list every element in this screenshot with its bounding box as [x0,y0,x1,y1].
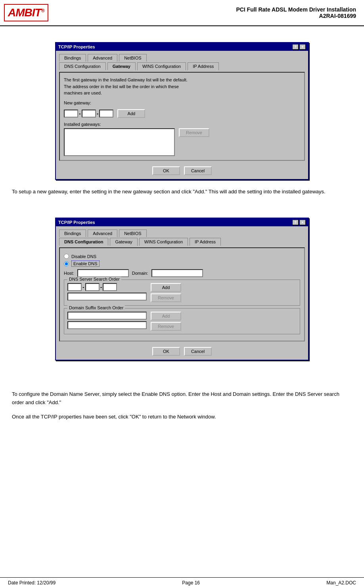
tab-wins-2[interactable]: WINS Configuration [139,238,188,246]
ip-sep1-1: - [79,110,81,117]
tab-gateway-1[interactable]: Gateway [107,62,136,70]
close-button-2[interactable]: × [299,220,306,225]
dns-server-search-row: - - Add Remove [67,283,297,302]
close-button-1[interactable]: × [299,44,306,50]
ip-part1-1[interactable] [64,110,78,118]
enable-dns-label: Enable DNS [71,260,100,267]
ip-input-group-1: - - [64,110,113,118]
dns-server-input2[interactable] [67,293,147,301]
dns-ip-sep1: - [82,284,84,290]
main-content: TCP/IP Properties ? × Bindings Advanced … [0,26,364,435]
ip-sep2-1: - [97,110,99,117]
page-footer: Date Printed: 12/20/99 Page 16 Man_A2.DO… [0,577,364,588]
dialog-1-content: The first gateway in the Installed Gatew… [59,72,305,161]
disable-dns-row: Disable DNS [64,254,300,259]
tab-netbios-2[interactable]: NetBIOS [119,229,146,237]
dialog-1-buttons: OK Cancel [57,162,307,177]
domain-suffix-inputs-col [67,312,147,329]
ok-button-2[interactable]: OK [152,347,180,356]
domain-suffix-remove-button[interactable]: Remove [151,322,181,331]
footer-date: Date Printed: 12/20/99 [8,580,56,586]
spacer-3 [12,376,352,384]
dialog-2-body: Bindings Advanced NetBIOS DNS Configurat… [56,226,308,360]
new-gateway-row: - - Add [64,109,300,118]
dialog-2-buttons: OK Cancel [57,343,307,358]
tab-netbios-1[interactable]: NetBIOS [119,54,146,62]
tab-bindings-2[interactable]: Bindings [59,229,86,237]
gateway-info-line3: machines are used. [64,90,300,96]
dns-ip-sep2: - [100,284,102,290]
help-button-2[interactable]: ? [292,220,299,225]
gateway-info-text: The first gateway in the Installed Gatew… [64,77,300,96]
dns-ip-part2[interactable] [85,283,100,291]
footer-doc: Man_A2.DOC [326,580,356,586]
tab-advanced-1[interactable]: Advanced [88,54,117,62]
title-line2: A2RAI-081699 [236,13,356,19]
domain-input[interactable] [151,269,203,277]
dns-remove-button[interactable]: Remove [151,293,181,302]
dialog-1-title: TCP/IP Properties [58,44,95,49]
tab-advanced-2[interactable]: Advanced [88,229,117,237]
logo: AMBIT® [4,4,48,21]
logo-text: AMBIT [8,6,41,19]
installed-gateways-section: Installed gateways: Remove [64,122,300,156]
dns-add-button[interactable]: Add [151,283,181,292]
domain-suffix-search-label: Domain Suffix Search Order [67,305,125,310]
tabs-row1-1: Bindings Advanced NetBIOS [57,52,307,62]
body-text-1: To setup a new gateway, enter the settin… [12,188,352,196]
tab-dns-config-1[interactable]: DNS Configuration [59,62,106,70]
domain-suffix-input2[interactable] [67,321,147,329]
gateway-info-line1: The first gateway in the Installed Gatew… [64,77,300,83]
titlebar-buttons-1: ? × [292,44,306,50]
domain-suffix-add-button[interactable]: Add [151,312,181,320]
domain-suffix-search-row: Add Remove [67,312,297,331]
ok-button-1[interactable]: OK [152,166,180,175]
help-button-1[interactable]: ? [292,44,299,50]
tab-gateway-2[interactable]: Gateway [110,238,137,246]
dns-ip-group: - - [67,283,147,291]
domain-suffix-input1[interactable] [67,312,147,320]
titlebar-buttons-2: ? × [292,220,306,225]
dns-ip-part1[interactable] [67,283,82,291]
tab-ip-address-2[interactable]: IP Address [190,238,221,246]
page-header: AMBIT® PCI Full Rate ADSL Modem Driver I… [0,0,364,26]
host-input[interactable] [77,269,129,277]
installed-gateways-row: Remove [64,128,300,156]
tab-dns-config-2[interactable]: DNS Configuration [59,238,108,246]
remove-button-1[interactable]: Remove [179,128,209,137]
tab-ip-address-1[interactable]: IP Address [188,62,219,70]
installed-gateways-listbox[interactable] [64,128,175,156]
ip-part2-1[interactable] [82,110,96,118]
body-text-3: Once all the TCP/IP properties have been… [12,413,352,421]
tab-bindings-1[interactable]: Bindings [59,54,86,62]
tab-wins-1[interactable]: WINS Configuration [137,62,186,70]
add-button-1[interactable]: Add [117,109,145,118]
dns-ip-part3[interactable] [103,283,117,291]
cancel-button-2[interactable]: Cancel [184,347,212,356]
dns-server-search-label: DNS Server Search Order [67,277,121,281]
spacer-1 [12,202,352,210]
host-domain-row: Host: Domain: [64,269,300,277]
disable-dns-radio[interactable] [64,254,69,259]
body-text-2: To configure the Domain Name Server, sim… [12,390,352,407]
dns-server-buttons-col: Add Remove [151,283,181,302]
titlebar-1: TCP/IP Properties ? × [56,43,308,51]
new-gateway-label: New gateway: [64,100,300,105]
ip-part3-1[interactable] [99,110,113,118]
titlebar-2: TCP/IP Properties ? × [56,218,308,226]
header-title: PCI Full Rate ADSL Modem Driver Installa… [236,6,356,19]
cancel-button-1[interactable]: Cancel [184,166,212,175]
enable-dns-row: Enable DNS [64,260,300,267]
registered-mark: ® [41,8,44,13]
tabs-row1-2: Bindings Advanced NetBIOS [57,228,307,237]
host-label: Host: [64,271,74,276]
logo-area: AMBIT® [4,4,48,21]
dns-server-search-group: DNS Server Search Order - - [64,280,300,306]
footer-page: Page 16 [182,580,200,586]
tabs-row2-2: DNS Configuration Gateway WINS Configura… [57,238,307,246]
disable-dns-label: Disable DNS [71,254,96,259]
dialog-1-body: Bindings Advanced NetBIOS DNS Configurat… [56,51,308,179]
domain-suffix-search-group: Domain Suffix Search Order Add Remove [64,308,300,334]
enable-dns-radio[interactable] [64,261,69,266]
tabs-row2-1: DNS Configuration Gateway WINS Configura… [57,62,307,70]
